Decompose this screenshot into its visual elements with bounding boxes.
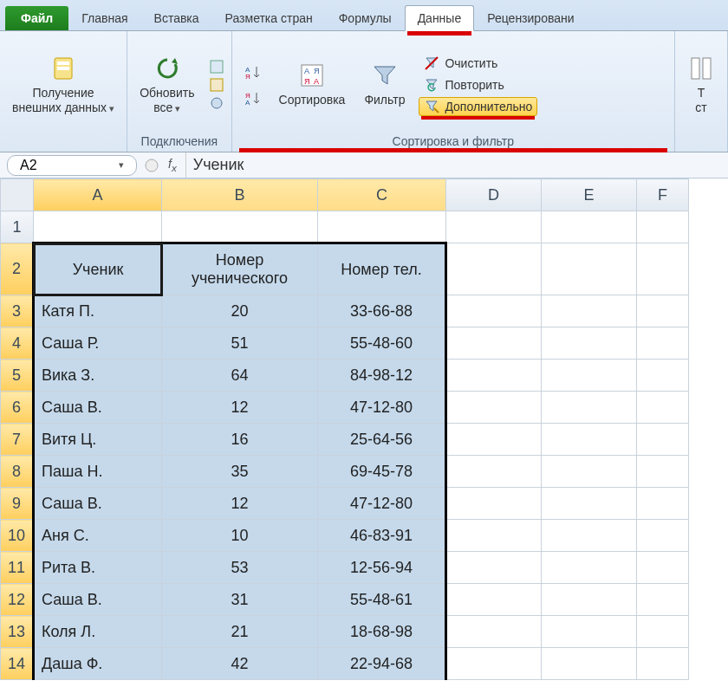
table-cell[interactable]: 55-48-61: [318, 584, 446, 616]
table-cell[interactable]: 53: [162, 552, 318, 584]
cell-c2[interactable]: Номер тел.: [318, 243, 446, 295]
table-cell[interactable]: Саша В.: [34, 392, 162, 424]
text-to-columns-button[interactable]: Т ст: [682, 51, 720, 117]
select-all-corner[interactable]: [1, 179, 34, 211]
row-header[interactable]: 7: [1, 424, 34, 456]
name-box[interactable]: A2 ▾: [7, 155, 137, 176]
filter-button[interactable]: Фильтр: [359, 58, 410, 110]
table-cell[interactable]: 12: [162, 488, 318, 520]
table-cell[interactable]: Рита В.: [34, 552, 162, 584]
group-sort-filter: АЯ ЯА АЯЯА Сортировка Фильтр Очистить: [232, 31, 675, 152]
table-cell[interactable]: 22-94-68: [318, 648, 446, 680]
table-cell[interactable]: 16: [162, 424, 318, 456]
svg-rect-17: [703, 58, 711, 79]
row-header[interactable]: 9: [1, 488, 34, 520]
table-cell[interactable]: 31: [162, 584, 318, 616]
row-header[interactable]: 8: [1, 456, 34, 488]
table-cell[interactable]: Паша Н.: [34, 456, 162, 488]
table-cell[interactable]: Катя П.: [34, 295, 162, 327]
table-cell[interactable]: 25-64-56: [318, 424, 446, 456]
table-cell[interactable]: 10: [162, 520, 318, 552]
cell-a2[interactable]: Ученик: [34, 243, 162, 295]
col-header-a[interactable]: A: [34, 179, 162, 211]
reapply-icon: [424, 77, 439, 93]
group-connections-label: Подключения: [134, 133, 224, 150]
table-cell[interactable]: 69-45-78: [318, 456, 446, 488]
advanced-filter-button[interactable]: Дополнительно: [419, 97, 537, 116]
table-cell[interactable]: Даша Ф.: [34, 648, 162, 680]
table-cell[interactable]: Витя Ц.: [34, 424, 162, 456]
table-cell[interactable]: Коля Л.: [34, 616, 162, 648]
row-header[interactable]: 5: [1, 360, 34, 392]
table-cell[interactable]: 12-56-94: [318, 552, 446, 584]
group-data-tools: Т ст: [675, 31, 728, 152]
row-header[interactable]: 2: [1, 243, 34, 295]
table-cell[interactable]: 12: [162, 392, 318, 424]
svg-rect-3: [211, 61, 223, 73]
table-cell[interactable]: Аня С.: [34, 520, 162, 552]
cell-b2[interactable]: Номер ученического: [162, 243, 318, 295]
table-cell[interactable]: 46-83-91: [318, 520, 446, 552]
table-cell[interactable]: 84-98-12: [318, 360, 446, 392]
tab-formulas[interactable]: Формулы: [326, 5, 405, 30]
spreadsheet-grid[interactable]: A B C D E F 1 2 Ученик Номер ученическог…: [0, 178, 728, 680]
col-header-d[interactable]: D: [446, 179, 542, 211]
row-header[interactable]: 1: [1, 211, 34, 243]
table-cell[interactable]: 55-48-60: [318, 327, 446, 360]
row-header[interactable]: 14: [1, 648, 34, 680]
get-external-data-label: Получение внешних данных: [12, 86, 114, 113]
row-header[interactable]: 6: [1, 392, 34, 424]
tab-layout[interactable]: Разметка стран: [212, 5, 326, 30]
tab-review[interactable]: Рецензировани: [474, 5, 587, 30]
properties-icon[interactable]: [209, 77, 224, 93]
funnel-icon: [371, 62, 399, 89]
clear-filter-button[interactable]: Очистить: [419, 54, 537, 73]
table-cell[interactable]: Саша В.: [34, 488, 162, 520]
advanced-icon: [424, 99, 439, 114]
col-header-e[interactable]: E: [542, 179, 637, 211]
row-header[interactable]: 3: [1, 295, 34, 327]
table-cell[interactable]: 47-12-80: [318, 392, 446, 424]
sort-za-button[interactable]: ЯА: [239, 88, 265, 107]
table-cell[interactable]: 21: [162, 616, 318, 648]
sort-button[interactable]: АЯЯА Сортировка: [274, 58, 351, 110]
col-header-f[interactable]: F: [637, 179, 689, 211]
group-connections: Обновить все Подключения: [127, 31, 231, 152]
refresh-all-button[interactable]: Обновить все: [134, 51, 199, 117]
table-cell[interactable]: 47-12-80: [318, 488, 446, 520]
col-header-c[interactable]: C: [318, 179, 446, 211]
row-header[interactable]: 11: [1, 552, 34, 584]
tab-home[interactable]: Главная: [68, 5, 140, 30]
fx-icon[interactable]: fx: [159, 157, 185, 173]
edit-links-icon[interactable]: [209, 95, 224, 111]
table-cell[interactable]: 20: [162, 295, 318, 327]
sort-az-button[interactable]: АЯ: [239, 62, 265, 81]
col-header-b[interactable]: B: [162, 179, 318, 211]
table-cell[interactable]: 42: [162, 648, 318, 680]
chevron-down-icon: ▾: [119, 159, 124, 171]
row-header[interactable]: 10: [1, 520, 34, 552]
tab-insert[interactable]: Вставка: [141, 5, 212, 30]
sort-icon: АЯЯА: [298, 62, 326, 89]
connections-icon[interactable]: [209, 59, 224, 75]
get-external-data-button[interactable]: Получение внешних данных: [7, 51, 120, 117]
table-cell[interactable]: 33-66-88: [318, 295, 446, 327]
group-external-label: [7, 133, 120, 150]
svg-point-5: [211, 98, 222, 108]
file-tab[interactable]: Файл: [5, 6, 68, 30]
table-cell[interactable]: 51: [162, 327, 318, 360]
row-header[interactable]: 12: [1, 584, 34, 616]
tab-data[interactable]: Данные: [405, 5, 475, 31]
table-cell[interactable]: 64: [162, 360, 318, 392]
table-cell[interactable]: Саша В.: [34, 584, 162, 616]
row-header[interactable]: 4: [1, 327, 34, 360]
row-header[interactable]: 13: [1, 616, 34, 648]
text-columns-label: Т ст: [695, 86, 706, 113]
table-cell[interactable]: Вика З.: [34, 360, 162, 392]
table-cell[interactable]: 35: [162, 456, 318, 488]
formula-input[interactable]: Ученик: [185, 152, 728, 178]
reapply-filter-button[interactable]: Повторить: [419, 75, 537, 94]
table-cell[interactable]: Саша Р.: [34, 327, 162, 360]
table-cell[interactable]: 18-68-98: [318, 616, 446, 648]
name-box-expand-icon[interactable]: [144, 158, 159, 173]
